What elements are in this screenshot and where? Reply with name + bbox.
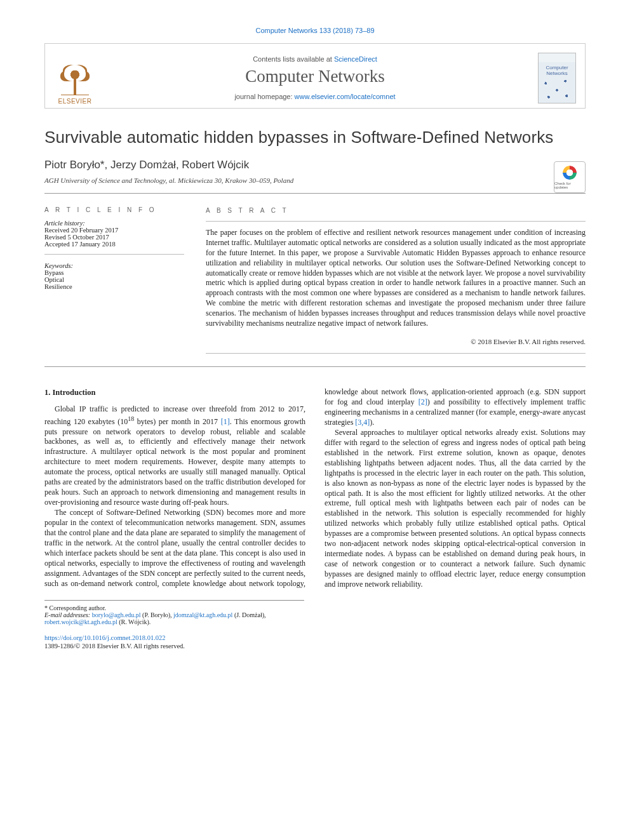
contents-line: Contents lists available at ScienceDirec… (57, 55, 573, 63)
journal-name: Computer Networks (57, 67, 573, 86)
crossmark-label: Check for updates (554, 182, 585, 189)
history-accepted: Accepted 17 January 2018 (44, 241, 184, 248)
abstract-copyright: © 2018 Elsevier B.V. All rights reserved… (206, 337, 586, 347)
journal-cover-thumbnail: Computer Networks (538, 53, 576, 103)
corresponding-author: * Corresponding author. (44, 604, 304, 611)
author-email-who: (R. Wójcik). (119, 618, 151, 625)
doi-line: https://doi.org/10.1016/j.comnet.2018.01… (44, 634, 586, 641)
email-addresses-line: E-mail addresses: borylo@agh.edu.pl (P. … (44, 611, 304, 625)
article-info-heading: a r t i c l e i n f o (44, 206, 184, 213)
journal-header-box: ELSEVIER Computer Networks Contents list… (44, 43, 586, 109)
article-history-block: Article history: Received 20 February 20… (44, 220, 184, 255)
p1-part-c: . This enormous growth puts pressure on … (44, 417, 305, 507)
p1-part-b: bytes) per month in 2017 (134, 417, 220, 426)
p2-part-d: ). (370, 418, 374, 427)
sciencedirect-link[interactable]: ScienceDirect (334, 55, 377, 63)
history-revised: Revised 5 October 2017 (44, 234, 184, 241)
author-email-link[interactable]: borylo@agh.edu.pl (92, 611, 141, 618)
abstract-heading: a b s t r a c t (206, 206, 586, 215)
network-icon (543, 79, 571, 102)
footnotes: * Corresponding author. E-mail addresses… (44, 600, 304, 625)
article-info-column: a r t i c l e i n f o Article history: R… (44, 206, 184, 354)
crossmark-badge[interactable]: Check for updates (554, 161, 586, 193)
citation-link-2[interactable]: [2] (419, 397, 427, 406)
citation-link-1[interactable]: [1] (221, 417, 230, 426)
cover-title-top: Computer (546, 65, 568, 70)
keywords-block: Keywords: Bypass Optical Resilience (44, 262, 184, 290)
doi-link[interactable]: https://doi.org/10.1016/j.comnet.2018.01… (44, 634, 166, 641)
affiliation: AGH University of Science and Technology… (44, 177, 586, 184)
exponent: 18 (128, 415, 134, 422)
home-prefix: journal homepage: (234, 93, 294, 100)
p2-part-a: The concept of Software-Defined Networki… (44, 508, 305, 578)
abstract-column: a b s t r a c t The paper focuses on the… (206, 206, 586, 354)
keyword-item: Optical (44, 276, 184, 283)
body-paragraph: Global IP traffic is predicted to increa… (44, 404, 305, 509)
author-email-link[interactable]: robert.wojcik@kt.agh.edu.pl (44, 618, 117, 625)
email-label: E-mail addresses: (44, 611, 90, 618)
author-email-who: (J. Domżał), (234, 611, 266, 618)
journal-homepage-line: journal homepage: www.elsevier.com/locat… (57, 93, 573, 100)
section-heading-intro: 1. Introduction (44, 387, 305, 398)
body-paragraph: Several approaches to multilayer optical… (325, 428, 586, 590)
article-title: Survivable automatic hidden bypasses in … (44, 128, 586, 147)
tree-icon (61, 65, 89, 95)
crossmark-icon (563, 166, 577, 180)
author-email-link[interactable]: jdomzal@kt.agh.edu.pl (173, 611, 232, 618)
citation-header: Computer Networks 133 (2018) 73–89 (44, 27, 586, 34)
keywords-label: Keywords: (44, 262, 73, 269)
keyword-item: Bypass (44, 269, 184, 276)
elsevier-text: ELSEVIER (58, 98, 92, 105)
author-email-who: (P. Boryło), (142, 611, 171, 618)
authors-line: Piotr Boryło*, Jerzy Domżał, Robert Wójc… (44, 159, 586, 171)
info-abstract-row: a r t i c l e i n f o Article history: R… (44, 194, 586, 366)
history-received: Received 20 February 2017 (44, 227, 184, 234)
journal-homepage-link[interactable]: www.elsevier.com/locate/comnet (295, 93, 396, 100)
history-label: Article history: (44, 220, 85, 227)
issn-copyright-line: 1389-1286/© 2018 Elsevier B.V. All right… (44, 643, 586, 650)
elsevier-logo: ELSEVIER (54, 58, 96, 105)
cover-title-bottom: Networks (546, 70, 567, 76)
citation-link-34[interactable]: [3,4] (355, 418, 370, 427)
body-columns: 1. Introduction Global IP traffic is pre… (44, 387, 586, 590)
keyword-item: Resilience (44, 283, 184, 290)
abstract-text: The paper focuses on the problem of effe… (206, 228, 586, 328)
contents-prefix: Contents lists available at (253, 55, 334, 63)
